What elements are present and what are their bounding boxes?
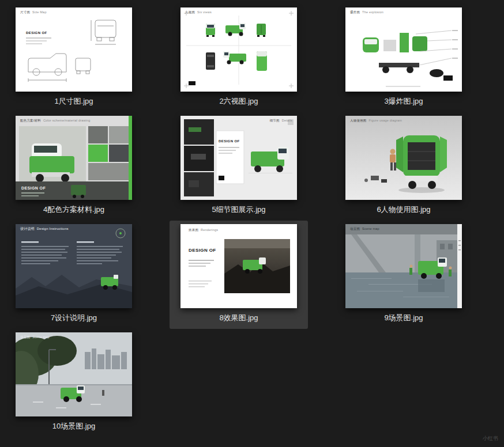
file-item-2[interactable]: 六视图 Six views <box>170 4 308 112</box>
page-title-zh: 效果图 <box>189 228 198 232</box>
six-views-art <box>180 7 297 92</box>
page-header: 细节图 Details <box>270 119 292 123</box>
page-title-zh: 尺寸图 <box>20 10 30 14</box>
page-title-en: Design Instructions <box>37 227 69 231</box>
file-name[interactable]: 7设计说明.jpg <box>51 313 97 323</box>
page-title-en: The explosion <box>362 10 383 14</box>
design-of-label: DESIGN OF <box>189 248 216 253</box>
page-header: 效果图 Renderings <box>189 228 218 232</box>
page-title-zh: 六视图 <box>185 10 195 14</box>
page-title-en: Figure usage diagram <box>369 119 403 123</box>
design-of-label: DESIGN OF <box>26 31 47 35</box>
page-title-zh: 设计说明 <box>20 227 35 231</box>
file-gallery: 尺寸图 Size Map DESIGN OF <box>0 0 504 437</box>
page-title-zh: 爆炸图 <box>350 10 360 14</box>
page-header: 人物使用图 Figure usage diagram <box>350 119 402 123</box>
dimension-drawing-art <box>16 7 132 92</box>
file-name[interactable]: 3爆炸图.jpg <box>384 97 423 106</box>
street-scene-art <box>16 332 132 416</box>
page-margin-strip <box>457 224 462 308</box>
file-item-7[interactable]: 设计说明 Design Instructions <box>5 221 143 329</box>
page-title-en: Details <box>282 119 292 123</box>
page-title-zh: 人物使用图 <box>350 119 367 123</box>
file-item-6[interactable]: 人物使用图 Figure usage diagram <box>334 112 473 221</box>
file-name[interactable]: 9场景图.jpg <box>384 313 423 323</box>
flood-scene-art <box>345 224 462 308</box>
truck-bottom-view <box>206 52 215 70</box>
design-of-label: DESIGN OF <box>219 139 240 143</box>
design-notes-art <box>16 224 132 308</box>
file-name[interactable]: 6人物使用图.jpg <box>377 205 430 214</box>
pedestrian <box>102 390 104 396</box>
thumbnail-4[interactable]: 配色方案/材料 Color scheme/material drawing DE… <box>16 116 132 200</box>
page-header: 配色方案/材料 Color scheme/material drawing <box>20 119 91 123</box>
thumbnail-7[interactable]: 设计说明 Design Instructions <box>16 224 132 308</box>
file-name[interactable]: 8效果图.jpg <box>219 313 258 323</box>
page-header: 六视图 Six views <box>185 10 212 14</box>
file-name[interactable]: 4配色方案材料.jpg <box>43 205 104 214</box>
thumbnail-9[interactable]: 场景图 Scene map <box>345 224 462 308</box>
file-item-9[interactable]: 场景图 Scene map <box>334 221 473 329</box>
page-title-en: Six views <box>197 10 212 14</box>
file-item-8-selected[interactable]: 效果图 Renderings DESIGN OF <box>170 221 308 329</box>
page-header: 爆炸图 The explosion <box>350 10 383 14</box>
thumbnail-3[interactable]: 爆炸图 The explosion <box>345 7 462 92</box>
details-page-art <box>180 116 297 200</box>
file-item-3[interactable]: 爆炸图 The explosion <box>334 4 473 112</box>
design-of-label: DESIGN OF <box>21 186 46 191</box>
reflection <box>418 279 445 292</box>
truck-top-view <box>257 51 267 71</box>
page-title-en: Color scheme/material drawing <box>43 119 91 123</box>
thumbnail-8[interactable]: 效果图 Renderings DESIGN OF <box>180 224 297 308</box>
page-header: 尺寸图 Size Map <box>20 10 47 14</box>
thumbnail-5[interactable]: 细节图 Details DESIGN OF <box>180 116 297 200</box>
detail-photos <box>184 119 214 196</box>
file-name[interactable]: 2六视图.jpg <box>219 97 258 106</box>
file-name[interactable]: 5细节图展示.jpg <box>212 205 265 214</box>
truck-rear-view <box>257 24 266 37</box>
page-header: 设计说明 Design Instructions <box>20 227 69 231</box>
file-item-1[interactable]: 尺寸图 Size Map DESIGN OF <box>5 4 143 112</box>
file-item-10[interactable]: 场景图 Scene map <box>5 329 143 437</box>
watermark: 小红书 <box>483 435 498 442</box>
green-stripe <box>129 116 132 200</box>
page-title-en: Scene map <box>32 335 50 339</box>
page-header: 场景图 Scene map <box>350 227 379 231</box>
file-item-4[interactable]: 配色方案/材料 Color scheme/material drawing DE… <box>5 112 143 221</box>
page-header: 场景图 Scene map <box>20 335 50 339</box>
renderings-art <box>180 224 297 308</box>
file-name[interactable]: 10场景图.jpg <box>52 422 95 431</box>
page-title-zh: 场景图 <box>20 335 30 339</box>
render-photo <box>224 239 290 293</box>
thumbnail-2[interactable]: 六视图 Six views <box>180 7 297 92</box>
file-item-5[interactable]: 细节图 Details DESIGN OF <box>170 112 308 221</box>
page-title-zh: 场景图 <box>350 227 360 231</box>
truck-front-view <box>206 24 215 37</box>
page-title-zh: 配色方案/材料 <box>20 119 41 123</box>
page-title-zh: 细节图 <box>270 119 280 123</box>
thumbnail-6[interactable]: 人物使用图 Figure usage diagram <box>345 116 462 200</box>
file-name[interactable]: 1尺寸图.jpg <box>54 97 93 106</box>
thumbnail-10[interactable]: 场景图 Scene map <box>16 332 132 416</box>
page-title-en: Size Map <box>32 10 47 14</box>
figure-usage-art <box>345 116 462 200</box>
thumbnail-1[interactable]: 尺寸图 Size Map DESIGN OF <box>16 7 132 92</box>
exploded-view-art <box>345 7 462 92</box>
page-title-en: Renderings <box>201 228 218 232</box>
page-title-en: Scene map <box>362 227 379 231</box>
